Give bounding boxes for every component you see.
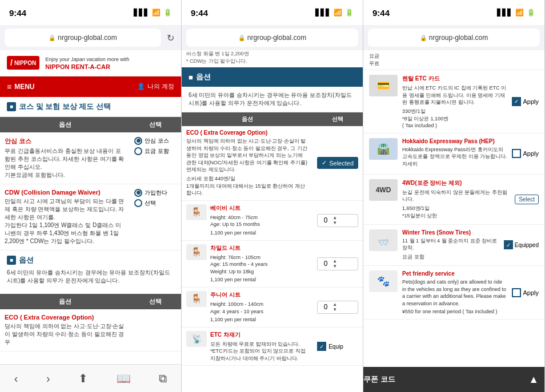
apply-label-1: Apply bbox=[523, 98, 539, 105]
item-desc-2: Hokkaido Expressway Pass라면 홋카이도의 고속도로를 정… bbox=[402, 146, 507, 168]
free-value: 무료 bbox=[369, 60, 539, 67]
child-info: 차일드 시트 Height: 76cm - 105cm Age: 15 mont… bbox=[210, 244, 268, 284]
baby-fee: 1,100 yen per rental bbox=[210, 229, 260, 237]
browser-bar-1: 🔒 nrgroup-global.com ↻ bbox=[0, 25, 181, 50]
child-arrows[interactable]: ▲ ▼ bbox=[332, 259, 337, 269]
baby-cell: 🪑 베이비 시트 Height: 40cm - 75cm Age: Up to … bbox=[182, 200, 312, 240]
etc-action: ✓ Equip bbox=[312, 327, 363, 366]
item-fee-1: 330엔/1일 *8일 이상은 1,100엔 ( Tax included ) bbox=[402, 108, 507, 128]
radio-label-1: 안심 코스 bbox=[145, 137, 169, 145]
list-item: 🐾 Pet friendly service Pets(dogs and cat… bbox=[363, 266, 544, 320]
junior-up-arrow[interactable]: ▲ bbox=[332, 302, 337, 307]
item-title-4: Winter Tires (Snow Tires) bbox=[402, 229, 499, 236]
back-button[interactable]: ‹ bbox=[10, 367, 23, 390]
check-icon: ✓ bbox=[322, 159, 327, 167]
child-cell: 🪑 차일드 시트 Height: 76cm - 105cm Age: 15 mo… bbox=[182, 240, 312, 287]
apply-cb-1[interactable]: ✓ bbox=[512, 97, 521, 106]
item-desc-5: Pets(dogs and cats only) are allowed to … bbox=[402, 278, 507, 307]
radio-label-4: 선택 bbox=[145, 199, 156, 207]
eco-action-p2: ✓ Selected bbox=[312, 126, 363, 200]
signal-icon-3: ▋▋▋ bbox=[497, 9, 512, 17]
option-section-desc: 6세 미만의 유아를 승차시키는 경우에는 유아용 보조장치(차일드 시트)를 … bbox=[7, 269, 174, 285]
child-spinner-control[interactable]: 0 ▲ ▼ bbox=[317, 257, 358, 270]
apply-cb-5[interactable] bbox=[512, 288, 521, 297]
junior-down-arrow[interactable]: ▼ bbox=[332, 308, 337, 312]
nav-menu-btn[interactable]: ≡ MENU bbox=[7, 82, 35, 91]
radio-item-1[interactable]: 안심 코스 bbox=[134, 137, 169, 145]
item-action-4: ✓ Equipped bbox=[504, 229, 539, 261]
radio-circle-2 bbox=[134, 147, 142, 155]
status-icons-3: ▋▋▋ 📶 🔋 bbox=[497, 9, 535, 17]
baby-down-arrow[interactable]: ▼ bbox=[332, 221, 337, 225]
apply-checkbox-2[interactable]: Apply bbox=[512, 149, 539, 158]
option-section-title: ■ 옵션 bbox=[7, 255, 174, 265]
radio-item-4[interactable]: 선택 bbox=[134, 199, 156, 207]
table-row: 🪑 베이비 시트 Height: 40cm - 75cm Age: Up to … bbox=[182, 200, 363, 240]
url-bar-2[interactable]: 🔒 nrgroup-global.com bbox=[186, 29, 358, 47]
apply-checkbox-5[interactable]: Apply bbox=[512, 288, 539, 297]
share-button[interactable]: ⬆ bbox=[74, 367, 93, 390]
radio-circle-3 bbox=[134, 189, 142, 197]
status-bar-1: 9:44 ▋▋▋ 📶 🔋 bbox=[0, 0, 181, 25]
radio-item-3[interactable]: 가입한다 bbox=[134, 189, 167, 197]
options-table-2: 옵션 선택 ECO ( Extra Coverage Option) 당사의 책… bbox=[0, 294, 181, 351]
option-fee-1: 기본요금에 포함됩니다. bbox=[5, 171, 125, 179]
junior-img: 🪑 bbox=[186, 291, 207, 307]
radio-label-3: 가입한다 bbox=[145, 189, 167, 197]
url-bar-3[interactable]: 🔒 nrgroup-global.com bbox=[368, 29, 540, 47]
item-action-5: Apply bbox=[512, 270, 539, 314]
baby-height: Height: 40cm - 75cm bbox=[210, 214, 260, 221]
url-bar-1[interactable]: 🔒 nrgroup-global.com bbox=[5, 29, 161, 47]
page-content-3: 요금 무료 💳 렌탈 ETC 카드 반납 시에 ETC 카드의 IC 칩에 기록… bbox=[363, 50, 544, 367]
baby-info: 베이비 시트 Height: 40cm - 75cm Age: Up to 15… bbox=[210, 204, 260, 237]
etc-desc: 모든 차량에 무료로 탑재되어 있습니다. *ETC카드는 포함되어 있지 않으… bbox=[210, 341, 308, 362]
etc-info: ETC 차재기 모든 차량에 무료로 탑재되어 있습니다. *ETC카드는 포함… bbox=[210, 331, 308, 362]
junior-arrows[interactable]: ▲ ▼ bbox=[332, 302, 337, 312]
bookmarks-button[interactable]: 📖 bbox=[112, 367, 135, 390]
junior-name: 주니어 시트 bbox=[210, 291, 263, 299]
baby-count: 0 bbox=[320, 216, 331, 224]
account-btn[interactable]: 👤 나의 계정 bbox=[137, 82, 174, 91]
coupon-bar: 쿠폰 코드 ▲ bbox=[363, 367, 544, 392]
apply-cb-2[interactable] bbox=[512, 149, 521, 158]
page-content-2: 바스형 화물 밴 1일 2,200엔* CDW는 가입 필수입니다. ■ 옵션 … bbox=[182, 50, 363, 392]
hamburger-icon: ≡ bbox=[7, 82, 11, 91]
status-icons-1: ▋▋▋ 📶 🔋 bbox=[134, 9, 172, 17]
item-img-4: 🌨️ bbox=[369, 229, 398, 251]
apply-checkbox-1[interactable]: ✓ Apply bbox=[512, 97, 539, 106]
refresh-button-1[interactable]: ↻ bbox=[165, 30, 177, 46]
baby-arrows[interactable]: ▲ ▼ bbox=[332, 216, 337, 225]
child-up-arrow[interactable]: ▲ bbox=[332, 259, 337, 264]
item-fee-5: ¥550 for one rental period ( Tax include… bbox=[402, 309, 507, 314]
forward-button[interactable]: › bbox=[42, 367, 55, 390]
nippon-slash: / bbox=[10, 58, 13, 67]
table-row: 📡 ETC 차재기 모든 차량에 무료로 탑재되어 있습니다. *ETC카드는 … bbox=[182, 327, 363, 366]
lock-icon-3: 🔒 bbox=[420, 35, 427, 41]
insurance-table: 옵션 선택 안심 코스 무료 긴급출동서비스와 충실한 보상 내용이 포함된 추… bbox=[0, 117, 181, 250]
eco-name: ECO ( Extra Coverage Option) bbox=[5, 314, 125, 321]
eco-cell: ECO ( Extra Coverage Option) 당사의 책임에 의하여… bbox=[0, 309, 130, 351]
equip-checkbox[interactable]: ✓ bbox=[317, 342, 326, 351]
radio-item-2[interactable]: 요금 포함 bbox=[134, 147, 169, 155]
status-bar-2: 9:44 ▋▋▋ 📶 🔋 bbox=[182, 0, 363, 25]
tabs-button[interactable]: ⧉ bbox=[154, 367, 171, 390]
bottom-toolbar-1: ‹ › ⬆ 📖 ⧉ bbox=[0, 364, 181, 392]
child-down-arrow[interactable]: ▼ bbox=[332, 264, 337, 269]
baby-img: 🪑 bbox=[186, 204, 207, 220]
child-count: 0 bbox=[320, 260, 331, 268]
select-button-3[interactable]: Select bbox=[515, 195, 539, 204]
junior-spinner-control[interactable]: 0 ▲ ▼ bbox=[317, 301, 358, 314]
baby-up-arrow[interactable]: ▲ bbox=[332, 216, 337, 220]
item-title-3: 4WD(포준 장비는 제외) bbox=[402, 179, 510, 187]
option-cell-1: 안심 코스 무료 긴급출동서비스와 충실한 보상 내용이 포함된 추천 코스입니… bbox=[0, 132, 130, 184]
options-panel-icon: ■ bbox=[189, 73, 193, 82]
url-text-1: nrgroup-global.com bbox=[58, 34, 117, 42]
item-content-1: 렌탈 ETC 카드 반납 시에 ETC 카드의 IC 칩에 기록된 ETC 이용… bbox=[402, 75, 507, 128]
item-img-2: 🛣️ bbox=[369, 138, 398, 160]
col-option-2: 옵션 bbox=[0, 294, 130, 309]
up-arrow-icon[interactable]: ▲ bbox=[528, 374, 539, 386]
status-time-1: 9:44 bbox=[9, 8, 26, 18]
signal-icon: ▋▋▋ bbox=[134, 9, 149, 17]
eco-selected-badge[interactable]: ✓ Selected bbox=[317, 157, 358, 169]
baby-spinner-control[interactable]: 0 ▲ ▼ bbox=[317, 214, 358, 227]
